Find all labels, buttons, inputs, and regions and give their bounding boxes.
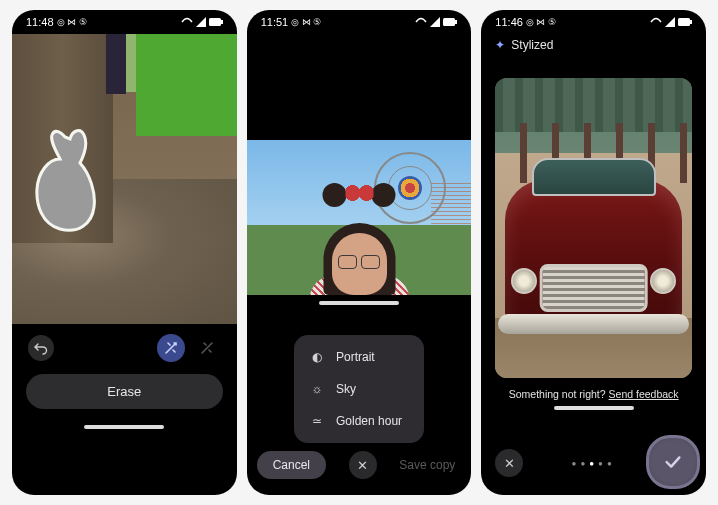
erase-button[interactable]: Erase bbox=[26, 374, 223, 409]
screenshot-row: 11:48 ◎ ⋈ ⑤ bbox=[0, 0, 718, 505]
feedback-prefix: Something not right? bbox=[509, 388, 609, 400]
cancel-button[interactable]: Cancel bbox=[257, 451, 326, 479]
option-sky[interactable]: ☼ Sky bbox=[294, 373, 424, 405]
style-options-menu: ◐ Portrait ☼ Sky ≃ Golden hour bbox=[294, 335, 424, 443]
status-time: 11:51 bbox=[261, 16, 289, 28]
status-right-icons bbox=[650, 17, 692, 27]
cancel-label: Cancel bbox=[273, 458, 310, 472]
nav-handle[interactable] bbox=[554, 406, 634, 410]
option-portrait[interactable]: ◐ Portrait bbox=[294, 341, 424, 373]
status-notification-icons: ◎ ⋈ ⑤ bbox=[57, 17, 87, 27]
phone-stylized: 11:46 ◎ ⋈ ⑤ ✦ Stylized bbox=[481, 10, 706, 495]
option-golden-hour[interactable]: ≃ Golden hour bbox=[294, 405, 424, 437]
sky-icon: ☼ bbox=[310, 382, 324, 396]
status-notification-icons: ◎ ⋈ ⑤ bbox=[291, 17, 321, 27]
status-bar: 11:46 ◎ ⋈ ⑤ bbox=[481, 10, 706, 30]
nav-handle[interactable] bbox=[84, 425, 164, 429]
feedback-line: Something not right? Send feedback bbox=[481, 388, 706, 400]
photo-preview[interactable] bbox=[247, 140, 472, 295]
svg-rect-2 bbox=[443, 18, 455, 26]
erase-button-label: Erase bbox=[107, 384, 141, 399]
undo-button[interactable] bbox=[28, 335, 54, 361]
golden-hour-icon: ≃ bbox=[310, 414, 324, 428]
status-notification-icons: ◎ ⋈ ⑤ bbox=[526, 17, 556, 27]
close-icon: ✕ bbox=[357, 458, 368, 473]
erase-selection-rabbit[interactable] bbox=[30, 129, 108, 234]
pager-dots[interactable]: ●●●●● bbox=[523, 459, 664, 468]
stylized-header: ✦ Stylized bbox=[481, 30, 706, 56]
close-icon: ✕ bbox=[504, 456, 515, 471]
svg-rect-0 bbox=[209, 18, 221, 26]
erase-mode-manual-icon[interactable] bbox=[193, 334, 221, 362]
status-bar: 11:48 ◎ ⋈ ⑤ bbox=[12, 10, 237, 30]
stylized-label: Stylized bbox=[511, 38, 553, 52]
status-bar: 11:51 ◎ ⋈ ⑤ bbox=[247, 10, 472, 30]
status-time: 11:46 bbox=[495, 16, 523, 28]
check-icon bbox=[662, 451, 684, 473]
save-copy-button: Save copy bbox=[399, 458, 461, 472]
sparkle-icon: ✦ bbox=[495, 38, 505, 52]
erase-mode-auto-icon[interactable] bbox=[157, 334, 185, 362]
send-feedback-link[interactable]: Send feedback bbox=[609, 388, 679, 400]
svg-rect-1 bbox=[221, 20, 223, 24]
svg-rect-3 bbox=[455, 20, 457, 24]
svg-rect-5 bbox=[690, 20, 692, 24]
confirm-check-button[interactable] bbox=[646, 435, 700, 489]
option-label: Golden hour bbox=[336, 414, 402, 428]
portrait-icon: ◐ bbox=[310, 350, 324, 364]
status-right-icons bbox=[415, 17, 457, 27]
nav-handle[interactable] bbox=[319, 301, 399, 305]
phone-sky-options: 11:51 ◎ ⋈ ⑤ bbox=[247, 10, 472, 495]
close-button[interactable]: ✕ bbox=[349, 451, 377, 479]
status-time: 11:48 bbox=[26, 16, 54, 28]
save-copy-label: Save copy bbox=[399, 458, 455, 472]
svg-rect-4 bbox=[678, 18, 690, 26]
photo-preview[interactable] bbox=[12, 34, 237, 324]
option-label: Portrait bbox=[336, 350, 375, 364]
phone-erase: 11:48 ◎ ⋈ ⑤ bbox=[12, 10, 237, 495]
option-label: Sky bbox=[336, 382, 356, 396]
status-right-icons bbox=[181, 17, 223, 27]
close-button[interactable]: ✕ bbox=[495, 449, 523, 477]
stylized-preview[interactable] bbox=[495, 78, 692, 378]
